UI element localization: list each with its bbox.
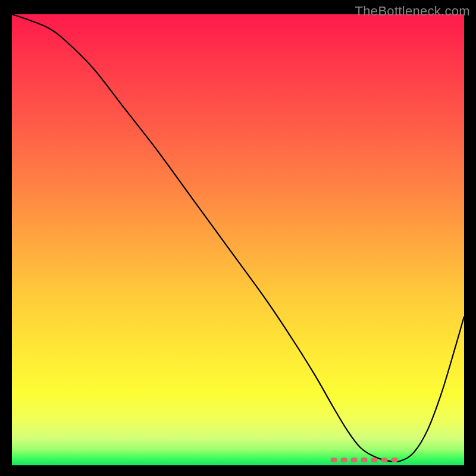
bottleneck-curve [12,14,464,462]
watermark-text: TheBottleneck.com [355,4,470,19]
chart-container [12,14,464,465]
curve-layer [12,14,464,465]
